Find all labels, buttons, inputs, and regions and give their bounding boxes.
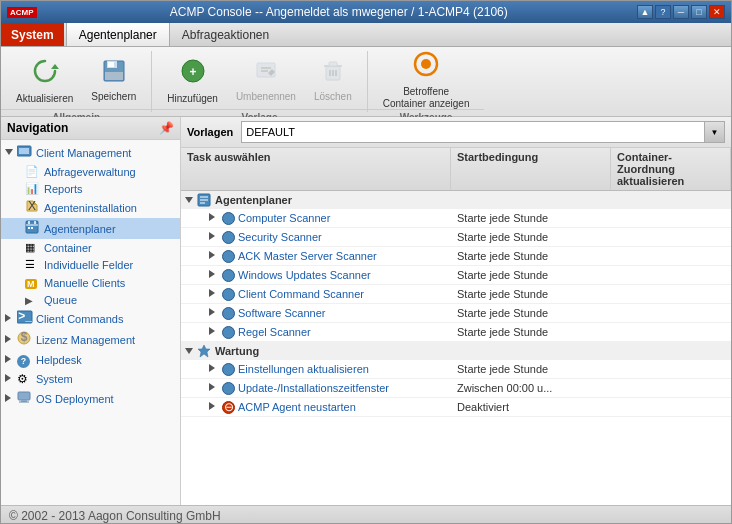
task-row-acmp-agent[interactable]: ACMP Agent neustarten Deaktiviert — [181, 398, 731, 417]
menu-abfrageaktionen[interactable]: Abfrageaktionen — [170, 23, 281, 46]
manual-icon: M — [25, 275, 41, 290]
expand-icon-lizenz — [5, 335, 17, 345]
task-row-security-scanner[interactable]: Security Scanner Starte jede Stunde — [181, 228, 731, 247]
window-title: ACMP Console -- Angemeldet als mwegener … — [41, 5, 637, 19]
refresh-icon — [31, 57, 59, 91]
section-wartung[interactable]: Wartung — [181, 342, 731, 360]
menu-agentenplaner[interactable]: Agentenplaner — [66, 23, 170, 46]
start-rs: Starte jede Stunde — [451, 324, 611, 340]
btn-aktualisieren[interactable]: Aktualisieren — [7, 51, 82, 109]
row-label-ack: ACK Master Server Scanner — [238, 250, 377, 262]
maximize-btn[interactable]: □ — [691, 5, 707, 19]
start-aa: Deaktiviert — [451, 399, 611, 415]
close-btn[interactable]: ✕ — [709, 5, 725, 19]
menu-system[interactable]: System — [1, 23, 64, 46]
toolbar: Aktualisieren Speichern Allgemein + Hinz… — [1, 47, 731, 117]
container-label: Container — [44, 242, 92, 254]
felder-label: Individuelle Felder — [44, 259, 133, 271]
toolbar-section-werkzeuge: Betroffene Container anzeigen Werkzeuge — [368, 51, 485, 112]
sidebar-item-system[interactable]: ⚙ System — [1, 370, 180, 388]
svg-rect-26 — [31, 227, 33, 229]
task-row-ack-master[interactable]: ACK Master Server Scanner Starte jede St… — [181, 247, 731, 266]
header-container: Container-Zuordnung aktualisieren — [611, 148, 731, 190]
btn-hinzufuegen[interactable]: + Hinzufügen — [158, 51, 227, 109]
svg-rect-31 — [18, 392, 30, 400]
task-row-regel-scanner[interactable]: Regel Scanner Starte jede Stunde — [181, 323, 731, 342]
row-label-aa: ACMP Agent neustarten — [238, 401, 356, 413]
btn-umbenennen[interactable]: Umbenennen — [227, 51, 305, 109]
sidebar-item-os-deployment[interactable]: OS Deployment — [1, 388, 180, 409]
scanner-icon-cc — [222, 288, 235, 301]
title-bar: ACMP ACMP Console -- Angemeldet als mweg… — [1, 1, 731, 23]
window-controls: ▲ ? ─ □ ✕ — [637, 5, 725, 19]
scroll-up-btn[interactable]: ▲ — [637, 5, 653, 19]
sidebar: Navigation 📌 Client Management 📄 Abfrage… — [1, 117, 181, 505]
add-icon: + — [179, 57, 207, 91]
row-expand-ea — [209, 364, 219, 374]
svg-rect-19 — [19, 148, 29, 154]
scanner-icon-rs — [222, 326, 235, 339]
row-label-cs: Computer Scanner — [238, 212, 330, 224]
help-btn[interactable]: ? — [655, 5, 671, 19]
sidebar-item-individuelle-felder[interactable]: ☰ Individuelle Felder — [1, 256, 180, 273]
task-row-update-install[interactable]: Update-/Installationszeitfenster Zwische… — [181, 379, 731, 398]
btn-umbenennen-label: Umbenennen — [236, 91, 296, 102]
manuelle-clients-label: Manuelle Clients — [44, 277, 125, 289]
btn-speichern[interactable]: Speichern — [82, 51, 145, 109]
container-aa — [611, 405, 731, 409]
svg-marker-0 — [51, 64, 59, 69]
sidebar-item-queue[interactable]: ▶ Queue — [1, 292, 180, 308]
agenteninstallation-label: Agenteninstallation — [44, 202, 137, 214]
start-sws: Starte jede Stunde — [451, 305, 611, 321]
row-label-ui: Update-/Installationszeitfenster — [238, 382, 389, 394]
vorlagen-select[interactable]: DEFAULT — [241, 121, 705, 143]
svg-rect-25 — [28, 227, 30, 229]
minimize-btn[interactable]: ─ — [673, 5, 689, 19]
task-row-einstellungen[interactable]: Einstellungen aktualisieren Starte jede … — [181, 360, 731, 379]
container-rs — [611, 330, 731, 334]
sidebar-item-reports[interactable]: 📊 Reports — [1, 180, 180, 197]
svg-point-17 — [421, 59, 431, 69]
btn-loeschen[interactable]: Löschen — [305, 51, 361, 109]
sidebar-item-manuelle-clients[interactable]: M Manuelle Clients — [1, 273, 180, 292]
helpdesk-icon: ? — [17, 352, 33, 368]
container-ack — [611, 254, 731, 258]
task-row-software-scanner[interactable]: Software Scanner Starte jede Stunde — [181, 304, 731, 323]
lizenz-icon: $ — [17, 331, 33, 348]
row-label-wu: Windows Updates Scanner — [238, 269, 371, 281]
agenteninstallation-icon: X — [25, 199, 41, 216]
sidebar-item-container[interactable]: ▦ Container — [1, 239, 180, 256]
scanner-icon-aa — [222, 401, 235, 414]
sidebar-item-helpdesk[interactable]: ? Helpdesk — [1, 350, 180, 370]
app-logo: ACMP — [7, 7, 37, 18]
task-row-computer-scanner[interactable]: Computer Scanner Starte jede Stunde — [181, 209, 731, 228]
row-label-ea: Einstellungen aktualisieren — [238, 363, 369, 375]
scanner-icon-sws — [222, 307, 235, 320]
task-table-header: Task auswählen Startbedingung Container-… — [181, 148, 731, 191]
start-ack: Starte jede Stunde — [451, 248, 611, 264]
sidebar-item-lizenz-management[interactable]: $ Lizenz Management — [1, 329, 180, 350]
dropdown-arrow[interactable]: ▼ — [705, 121, 725, 143]
task-row-client-command[interactable]: Client Command Scanner Starte jede Stund… — [181, 285, 731, 304]
nav-tree: Client Management 📄 Abfrageverwaltung 📊 … — [1, 140, 180, 411]
system-label: System — [36, 373, 73, 385]
sidebar-item-client-commands[interactable]: >_ Client Commands — [1, 308, 180, 329]
btn-betroffene[interactable]: Betroffene Container anzeigen — [374, 51, 479, 109]
task-table: Task auswählen Startbedingung Container-… — [181, 148, 731, 505]
section-agentenplaner[interactable]: Agentenplaner — [181, 191, 731, 209]
queue-label: Queue — [44, 294, 77, 306]
sidebar-item-agentenplaner[interactable]: Agentenplaner — [1, 218, 180, 239]
sidebar-item-abfrageverwaltung[interactable]: 📄 Abfrageverwaltung — [1, 163, 180, 180]
commands-icon: >_ — [17, 310, 33, 327]
task-row-windows-updates[interactable]: Windows Updates Scanner Starte jede Stun… — [181, 266, 731, 285]
svg-rect-4 — [105, 72, 123, 80]
row-expand-ss — [209, 232, 219, 242]
btn-speichern-label: Speichern — [91, 91, 136, 102]
start-ss: Starte jede Stunde — [451, 229, 611, 245]
sidebar-item-client-management[interactable]: Client Management — [1, 142, 180, 163]
sidebar-item-agenteninstallation[interactable]: X Agenteninstallation — [1, 197, 180, 218]
row-expand-cc — [209, 289, 219, 299]
row-expand-rs — [209, 327, 219, 337]
save-icon — [102, 59, 126, 89]
row-expand-cs — [209, 213, 219, 223]
